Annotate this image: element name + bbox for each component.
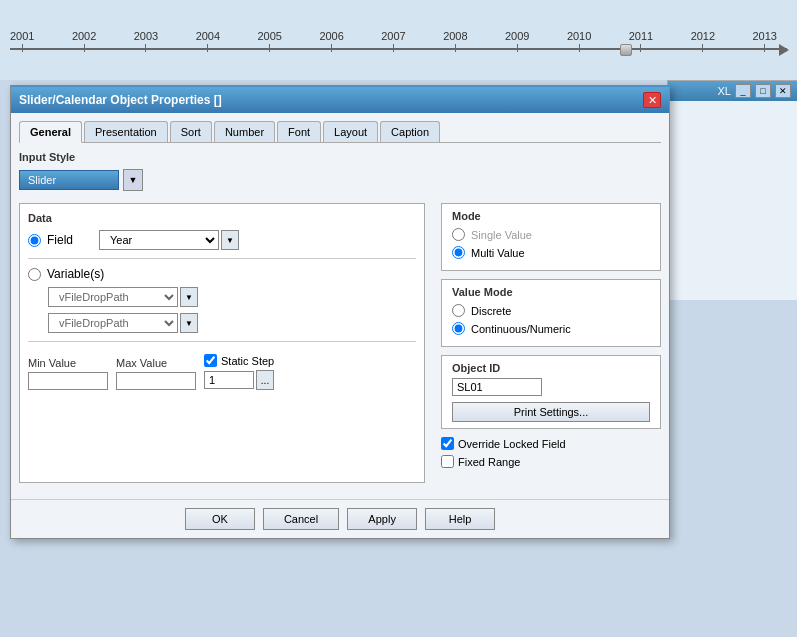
min-value-label: Min Value [28,357,108,369]
static-step-checkbox[interactable] [204,354,217,367]
single-value-label: Single Value [471,229,532,241]
multi-value-radio[interactable] [452,246,465,259]
print-settings-button[interactable]: Print Settings... [452,402,650,422]
ok-button[interactable]: OK [185,508,255,530]
continuous-option: Continuous/Numeric [452,322,650,335]
object-id-input[interactable] [452,378,542,396]
input-style-row: Slider ▼ [19,169,661,191]
discrete-option: Discrete [452,304,650,317]
max-value-input[interactable] [116,372,196,390]
static-step-group: Static Step ... [204,354,274,390]
input-style-arrow[interactable]: ▼ [123,169,143,191]
dialog: Slider/Calendar Object Properties [] ✕ G… [10,85,670,539]
continuous-radio[interactable] [452,322,465,335]
max-value-label: Max Value [116,357,196,369]
min-max-row: Min Value Max Value Static Step [28,354,274,390]
field-dropdown: Year ▼ [99,230,239,250]
multi-value-label: Multi Value [471,247,525,259]
form-right-panel: Mode Single Value Multi Value Value Mode [441,203,661,483]
bottom-section: Min Value Max Value Static Step [28,354,416,390]
dialog-titlebar: Slider/Calendar Object Properties [] ✕ [11,87,669,113]
value-mode-box: Value Mode Discrete Continuous/Numeric [441,279,661,347]
right-panel-close[interactable]: ✕ [775,84,791,98]
static-step-checkbox-row: Static Step [204,354,274,367]
dialog-footer: OK Cancel Apply Help [11,499,669,538]
timeline-area: 2001200220032004200520062007200820092010… [0,0,797,80]
override-section: Override Locked Field Fixed Range [441,437,661,468]
override-locked-checkbox[interactable] [441,437,454,450]
help-button[interactable]: Help [425,508,495,530]
tab-presentation[interactable]: Presentation [84,121,168,142]
field-radio[interactable] [28,234,41,247]
tab-number[interactable]: Number [214,121,275,142]
value-mode-title: Value Mode [452,286,650,298]
mode-box: Mode Single Value Multi Value [441,203,661,271]
tabs-bar: General Presentation Sort Number Font La… [19,121,661,143]
step-ellipsis-button[interactable]: ... [256,370,274,390]
min-value-input[interactable] [28,372,108,390]
timeline-axis [10,48,787,50]
form-left-panel: Data Field Year ▼ [19,203,425,483]
apply-button[interactable]: Apply [347,508,417,530]
input-style-label: Input Style [19,151,661,163]
object-id-title: Object ID [452,362,650,374]
max-value-group: Max Value [116,357,196,390]
multi-value-option: Multi Value [452,246,650,259]
field-select[interactable]: Year [99,230,219,250]
variable-radio-row: Variable(s) [28,267,416,281]
override-locked-label: Override Locked Field [458,438,566,450]
right-panel-minimize[interactable]: _ [735,84,751,98]
tab-layout[interactable]: Layout [323,121,378,142]
single-value-radio[interactable] [452,228,465,241]
discrete-label: Discrete [471,305,511,317]
variable-select-row1: vFileDropPath ▼ [48,287,416,307]
object-id-section: Object ID Print Settings... [441,355,661,429]
variable-radio-label: Variable(s) [47,267,104,281]
variable-select-2-arrow[interactable]: ▼ [180,313,198,333]
data-section: Data Field Year ▼ [28,212,416,333]
single-value-option: Single Value [452,228,650,241]
tab-sort[interactable]: Sort [170,121,212,142]
separator [28,258,416,259]
tab-font[interactable]: Font [277,121,321,142]
form-columns: Data Field Year ▼ [19,203,661,483]
right-panel: XL _ □ ✕ [667,80,797,300]
fixed-range-row: Fixed Range [441,455,661,468]
static-step-label: Static Step [221,355,274,367]
timeline-slider-thumb[interactable] [620,44,632,56]
dialog-close-button[interactable]: ✕ [643,92,661,108]
min-value-group: Min Value [28,357,108,390]
variable-select-row2: vFileDropPath ▼ [48,313,416,333]
field-radio-label: Field [47,233,73,247]
step-input-row: ... [204,370,274,390]
data-section-label: Data [28,212,416,224]
override-locked-row: Override Locked Field [441,437,661,450]
mode-title: Mode [452,210,650,222]
dialog-content: General Presentation Sort Number Font La… [11,113,669,491]
dialog-title: Slider/Calendar Object Properties [] [19,93,222,107]
right-panel-header: XL _ □ ✕ [668,81,797,101]
field-dropdown-arrow[interactable]: ▼ [221,230,239,250]
tab-general[interactable]: General [19,121,82,143]
right-panel-label: XL [718,85,731,97]
discrete-radio[interactable] [452,304,465,317]
timeline-ruler: 2001200220032004200520062007200820092010… [0,30,797,70]
fixed-range-label: Fixed Range [458,456,520,468]
variable-select-2[interactable]: vFileDropPath [48,313,178,333]
tab-caption[interactable]: Caption [380,121,440,142]
fixed-range-checkbox[interactable] [441,455,454,468]
static-step-input[interactable] [204,371,254,389]
field-radio-row: Field Year ▼ [28,230,416,250]
variable-select-1[interactable]: vFileDropPath [48,287,178,307]
variable-radio[interactable] [28,268,41,281]
variable-select-1-arrow[interactable]: ▼ [180,287,198,307]
cancel-button[interactable]: Cancel [263,508,339,530]
bottom-separator [28,341,416,342]
timeline-arrow-right [779,44,789,56]
variables-section: Variable(s) vFileDropPath ▼ vFileDropPat… [28,267,416,333]
right-panel-maximize[interactable]: □ [755,84,771,98]
input-style-combo[interactable]: Slider [19,170,119,190]
continuous-label: Continuous/Numeric [471,323,571,335]
